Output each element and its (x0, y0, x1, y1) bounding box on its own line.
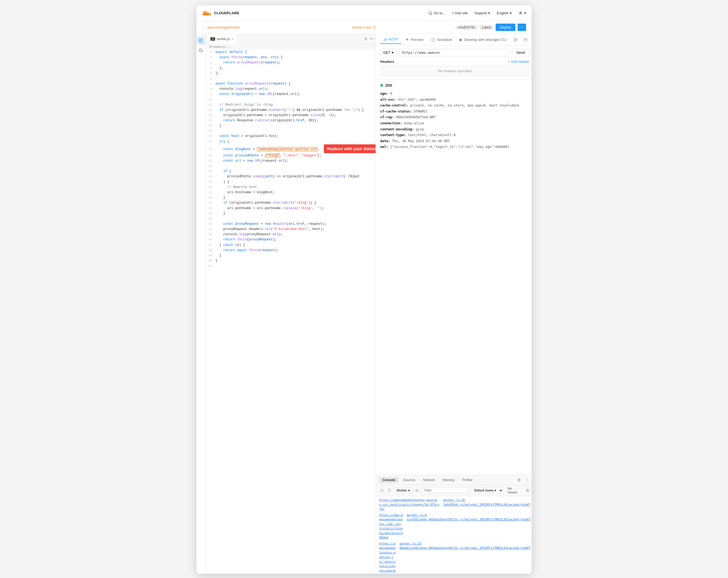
rh-date: date: Thu, 30 May 2024 07:44:38 GMT (380, 138, 529, 144)
code-line: 15 } (206, 123, 375, 129)
tab-http[interactable]: ⇄ HTTP (380, 36, 401, 44)
console-tabs: Console Sources Network Memory Profiler … (376, 475, 531, 485)
svg-rect-10 (524, 38, 527, 41)
editor-tab-actions: ⊞ ••• (364, 37, 373, 41)
console-level-select[interactable]: Default levels ▾ (470, 488, 503, 493)
code-line: 16 (206, 129, 375, 134)
tab-wrangler[interactable]: ▶ Develop with Wrangler CLI (456, 36, 510, 44)
no-headers-box: No headers specified (380, 66, 529, 76)
latest-badge: Latest (480, 25, 493, 30)
files-icon-btn[interactable] (197, 36, 205, 45)
support-action[interactable]: Support ▾ (474, 11, 490, 15)
status-row: 200 (380, 83, 529, 87)
svg-line-4 (374, 26, 375, 28)
chevron-down-icon (521, 26, 523, 29)
code-line: 8 console.log(request.url); (206, 86, 375, 92)
tab-sources[interactable]: Sources (400, 477, 418, 483)
eye-toggle-btn[interactable] (415, 488, 420, 493)
console-clear-icon-btn[interactable] (379, 488, 384, 493)
status-code: 200 (385, 83, 392, 87)
tab-profiler[interactable]: Profiler (459, 477, 476, 483)
tab-console[interactable]: Console (379, 477, 399, 483)
code-line: 29 if (originalUrl.pathname.startsWith('… (206, 200, 375, 205)
language-action[interactable]: English ▾ (497, 11, 512, 15)
http-arrows-icon: ⇄ (384, 37, 387, 42)
tab-network[interactable]: Network (419, 477, 438, 483)
clock-icon: 🕐 (431, 37, 436, 42)
console-settings2-icon-btn[interactable]: ⚙ (525, 487, 530, 494)
rh-content-type: content-type: text/html; charset=utf-8 (380, 132, 529, 138)
code-line-19: 19 const blogHost = "awesomeapplenotes.q… (206, 144, 375, 153)
console-log-area[interactable]: https://awesomeapplenotes.quotion.co/_ne… (376, 496, 531, 574)
code-line: 39 } (206, 253, 375, 258)
annotation-bubble: Replace with your domain and subdirector… (324, 144, 376, 153)
editor-tab-worker[interactable]: JS worker.js × (208, 34, 237, 44)
editor-breadcrumb: JS worker.js > ... (206, 44, 375, 50)
deploy-dropdown-button[interactable] (518, 24, 526, 31)
console-filter-icon-btn[interactable] (387, 488, 392, 493)
tab-schedule[interactable]: 🕐 Schedule (428, 36, 455, 44)
send-button[interactable]: Send (512, 49, 529, 56)
tab-close-icon[interactable]: × (231, 37, 234, 41)
expand-icon (524, 38, 527, 42)
code-line: 40 } (206, 258, 375, 264)
back-link[interactable]: ← awesomeapplenotes (202, 25, 240, 29)
code-line: 11 // Redirect /blog/ to /blog (206, 102, 375, 108)
workers-dev-link[interactable]: workers.dev (352, 25, 376, 29)
eye-icon (415, 489, 419, 492)
layout-icon-btn[interactable] (512, 36, 519, 44)
deploy-section: v4a855f0c Latest Deploy (456, 24, 526, 31)
console-filter-input[interactable] (422, 488, 468, 493)
filter-icon (388, 489, 391, 492)
user-icon (518, 11, 523, 16)
deploy-button[interactable]: Deploy (496, 24, 515, 31)
top-nav-actions: Go to... + Add site Support ▾ English ▾ … (428, 11, 526, 16)
code-line: 5 }; (206, 71, 375, 76)
log-entry: https://awesomeapplenotes.quotion.co/_ne… (376, 497, 531, 513)
code-line: 31 } (206, 211, 375, 216)
console-settings-icon-btn[interactable]: ⚙ (516, 477, 522, 483)
add-header-button[interactable]: + Add header (508, 60, 529, 64)
code-area[interactable]: 1 export default { 2 async fetch(request… (206, 50, 375, 574)
version-badge: v4a855f0c (456, 25, 478, 30)
rh-cache-control: cache-control: private, no-cache, no-sto… (380, 103, 529, 109)
rh-alt-svc: alt-svc: h3=":443"; ma=86400 (380, 97, 529, 103)
code-line: 27 url.hostname = blogHost; (206, 190, 375, 195)
console-more-icon-btn[interactable]: ⋮ (524, 477, 530, 483)
headers-label: Headers (380, 60, 394, 64)
expand-icon-btn[interactable] (522, 36, 529, 44)
svg-rect-5 (199, 39, 203, 42)
console-tab-actions: ⚙ ⋮ (516, 477, 530, 483)
goto-action[interactable]: Go to... (428, 11, 446, 15)
split-editor-icon[interactable]: ⊞ (364, 37, 367, 41)
code-line: 1 export default { (206, 50, 375, 55)
addsite-action[interactable]: + Add site (452, 11, 468, 15)
rh-connection: connection: keep-alive (380, 120, 529, 127)
url-row: GET ▾ Send (380, 49, 529, 56)
support-chevron-icon: ▾ (488, 11, 490, 15)
svg-line-13 (381, 489, 383, 491)
eye-icon: 👁 (406, 37, 409, 42)
code-line: 17 const host = originalUrl.host; (206, 134, 375, 139)
url-input[interactable] (399, 49, 510, 56)
code-line: 2 async fetch(request, env, ctx) { (206, 55, 375, 60)
code-line: 3 return proxyRequest(request); (206, 60, 375, 65)
code-line: 6 (206, 76, 375, 81)
rh-cf-cache-status: cf-cache-status: DYNAMIC (380, 109, 529, 115)
tab-preview[interactable]: 👁 Preview (402, 36, 426, 44)
method-select[interactable]: GET ▾ (380, 49, 397, 56)
code-line: 32 (206, 216, 375, 221)
user-action[interactable]: ▾ (518, 11, 526, 16)
code-line: 14 return Response.redirect(originalUrl.… (206, 118, 375, 123)
http-request-area: GET ▾ Send Headers + Add header No heade… (376, 46, 531, 80)
tab-memory[interactable]: Memory (439, 477, 458, 483)
code-line: 34 proxyRequest.headers.set("X-Forwarded… (206, 227, 375, 232)
editor-tabs: JS worker.js × ⊞ ••• (206, 34, 375, 44)
code-line: 33 const proxyRequest = new Request(url.… (206, 221, 375, 227)
more-options-icon[interactable]: ••• (369, 37, 373, 41)
worker-select[interactable]: Worker ▾ (394, 488, 412, 493)
headers-row: Headers + Add header (380, 60, 529, 64)
console-bottom: Console Sources Network Memory Profiler … (376, 475, 531, 574)
code-line: 30 url.pathname = url.pathname.replace('… (206, 206, 375, 211)
search-icon-btn[interactable] (197, 46, 205, 55)
